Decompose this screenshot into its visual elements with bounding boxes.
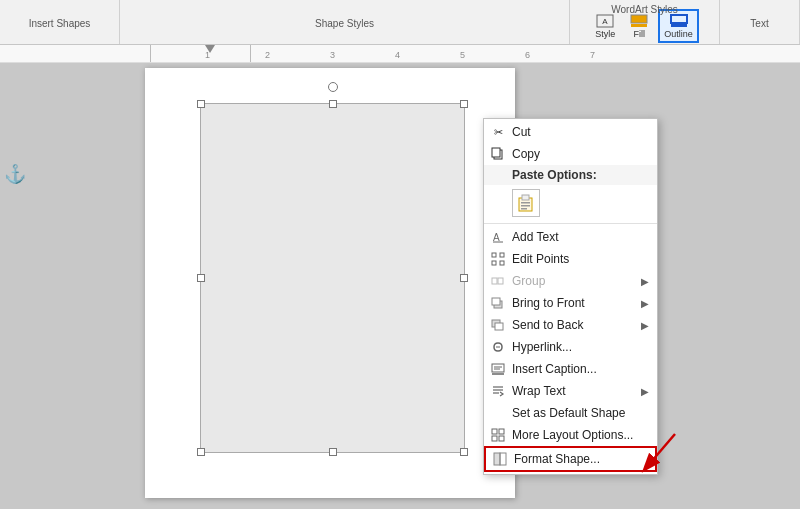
paste-options-label: Paste Options: (512, 168, 597, 182)
text-label: Text (750, 18, 768, 29)
document-page (145, 68, 515, 498)
toolbar-text: Text (720, 0, 800, 44)
wrap-text-label: Wrap Text (512, 384, 566, 398)
svg-rect-12 (521, 208, 527, 210)
svg-rect-10 (521, 202, 530, 204)
anchor-icon: ⚓ (4, 163, 26, 185)
menu-item-hyperlink[interactable]: Hyperlink... (484, 336, 657, 358)
ruler-inner: 1 2 3 4 5 6 7 (0, 45, 800, 62)
set-default-shape-icon (490, 405, 506, 421)
group-submenu-arrow: ▶ (641, 276, 649, 287)
context-menu: ✂ Cut Copy Paste Options: (483, 118, 658, 475)
menu-item-send-to-back[interactable]: Send to Back ▶ (484, 314, 657, 336)
paste-icon-button[interactable] (512, 189, 540, 217)
hyperlink-icon (490, 339, 506, 355)
svg-rect-36 (499, 436, 504, 441)
svg-rect-34 (499, 429, 504, 434)
send-to-back-arrow: ▶ (641, 320, 649, 331)
menu-item-bring-to-front[interactable]: Bring to Front ▶ (484, 292, 657, 314)
paste-icon-area[interactable] (484, 185, 657, 224)
set-default-shape-label: Set as Default Shape (512, 406, 625, 420)
svg-rect-4 (671, 15, 687, 23)
menu-item-wrap-text[interactable]: Wrap Text ▶ (484, 380, 657, 402)
svg-rect-11 (521, 205, 530, 207)
svg-text:A: A (493, 232, 500, 243)
svg-rect-20 (498, 278, 503, 284)
selected-shape[interactable] (200, 103, 465, 453)
add-text-icon: A (490, 229, 506, 245)
svg-rect-24 (495, 323, 503, 330)
ruler-mark-3: 3 (330, 50, 335, 60)
more-layout-label: More Layout Options... (512, 428, 633, 442)
group-icon (490, 273, 506, 289)
format-shape-icon (492, 451, 508, 467)
menu-item-insert-caption[interactable]: Insert Caption... (484, 358, 657, 380)
bring-to-front-label: Bring to Front (512, 296, 585, 310)
wrap-text-arrow: ▶ (641, 386, 649, 397)
svg-rect-38 (500, 453, 506, 465)
handle-top-right[interactable] (460, 100, 468, 108)
svg-rect-7 (492, 148, 500, 157)
ruler-marker (205, 45, 215, 53)
toolbar-wordart-styles: WordArt Styles A Style Fill (570, 0, 720, 44)
cut-icon: ✂ (490, 124, 506, 140)
toolbar: Insert Shapes Shape Styles WordArt Style… (0, 0, 800, 45)
menu-item-add-text[interactable]: A Add Text (484, 226, 657, 248)
toolbar-insert-shapes: Insert Shapes (0, 0, 120, 44)
paste-options-section: Paste Options: (484, 165, 657, 185)
more-layout-icon (490, 427, 506, 443)
handle-middle-right[interactable] (460, 274, 468, 282)
bring-to-front-arrow: ▶ (641, 298, 649, 309)
cut-label: Cut (512, 125, 531, 139)
send-to-back-label: Send to Back (512, 318, 583, 332)
send-to-back-icon (490, 317, 506, 333)
svg-line-40 (645, 434, 675, 469)
menu-item-edit-points[interactable]: Edit Points (484, 248, 657, 270)
insert-caption-icon (490, 361, 506, 377)
handle-bottom-left[interactable] (197, 448, 205, 456)
edit-points-icon (490, 251, 506, 267)
svg-rect-35 (492, 436, 497, 441)
handle-middle-left[interactable] (197, 274, 205, 282)
menu-item-set-default-shape[interactable]: Set as Default Shape (484, 402, 657, 424)
copy-label: Copy (512, 147, 540, 161)
svg-rect-33 (492, 429, 497, 434)
format-shape-label: Format Shape... (514, 452, 600, 466)
svg-text:A: A (603, 17, 609, 26)
red-arrow (625, 429, 675, 479)
ruler-mark-6: 6 (525, 50, 530, 60)
svg-rect-18 (500, 261, 504, 265)
handle-top-left[interactable] (197, 100, 205, 108)
svg-rect-3 (631, 24, 647, 27)
svg-rect-26 (492, 364, 504, 372)
menu-item-cut[interactable]: ✂ Cut (484, 121, 657, 143)
svg-rect-5 (671, 24, 687, 27)
group-label: Group (512, 274, 545, 288)
svg-rect-37 (494, 453, 500, 465)
wordart-styles-label: WordArt Styles (611, 4, 678, 15)
handle-top-middle[interactable] (329, 100, 337, 108)
svg-rect-16 (500, 253, 504, 257)
ruler: 1 2 3 4 5 6 7 (0, 45, 800, 63)
svg-rect-19 (492, 278, 497, 284)
ruler-mark-2: 2 (265, 50, 270, 60)
menu-item-copy[interactable]: Copy (484, 143, 657, 165)
bring-to-front-icon (490, 295, 506, 311)
handle-bottom-middle[interactable] (329, 448, 337, 456)
add-text-label: Add Text (512, 230, 558, 244)
wrap-text-icon (490, 383, 506, 399)
insert-caption-label: Insert Caption... (512, 362, 597, 376)
toolbar-shape-styles: Shape Styles (120, 0, 570, 44)
svg-rect-17 (492, 261, 496, 265)
svg-rect-15 (492, 253, 496, 257)
ruler-mark-7: 7 (590, 50, 595, 60)
left-sidebar: ⚓ (0, 63, 30, 509)
menu-item-group: Group ▶ (484, 270, 657, 292)
ruler-mark-4: 4 (395, 50, 400, 60)
ruler-mark-5: 5 (460, 50, 465, 60)
shape-styles-label: Shape Styles (315, 18, 374, 29)
copy-icon (490, 146, 506, 162)
handle-bottom-right[interactable] (460, 448, 468, 456)
rotate-handle[interactable] (328, 82, 338, 92)
svg-rect-22 (492, 298, 500, 305)
